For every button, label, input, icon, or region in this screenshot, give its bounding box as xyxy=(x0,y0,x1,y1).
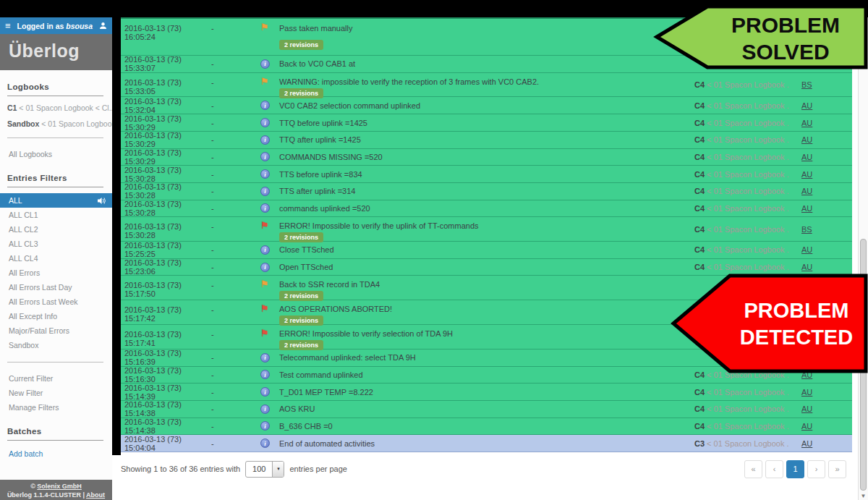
table-row[interactable]: 2016-03-13 (73) 15:25:25 - i Close TTSch… xyxy=(121,242,852,259)
table-row[interactable]: 2016-03-13 (73) 15:16:30 - i Test comman… xyxy=(121,367,852,384)
entry-logbook[interactable]: C3< 01 Spacon Logbook ... xyxy=(694,435,788,452)
entry-logbook[interactable]: C4< 01 Spacon Logbook ... xyxy=(694,166,788,182)
table-row[interactable]: 2016-03-13 (73) 16:05:24 - ⚑ Pass taken … xyxy=(121,19,852,56)
entry-logbook[interactable] xyxy=(694,349,788,366)
table-row[interactable]: 2016-03-13 (73) 15:14:38 - i AOS KRU C4<… xyxy=(121,401,852,418)
filter-item-all-cl3[interactable]: ALL CL3 xyxy=(7,237,112,251)
table-row[interactable]: 2016-03-13 (73) 15:16:39 - i Telecommand… xyxy=(121,349,852,367)
table-row[interactable]: 2016-03-13 (73) 15:33:05 - ⚑ WARNING: im… xyxy=(121,73,852,98)
entry-user-link[interactable]: BS xyxy=(801,80,812,89)
about-link[interactable]: About xyxy=(86,491,105,499)
entry-logbook[interactable]: C4< 01 Spacon Logbook ... xyxy=(694,384,788,400)
entry-logbook[interactable]: C4< 01 Spacon Logbook ... xyxy=(694,183,788,200)
table-row[interactable]: 2016-03-13 (73) 15:30:29 - i TTQ after u… xyxy=(121,132,852,149)
scrollbar-thumb[interactable] xyxy=(860,239,867,491)
pagination-last[interactable]: » xyxy=(828,460,846,478)
entry-logbook[interactable]: C4< 01 Spacon Logbook ... xyxy=(694,242,788,258)
entry-logbook[interactable] xyxy=(694,56,788,72)
entry-timestamp: 2016-03-13 (73) 15:30:29 xyxy=(121,149,210,166)
filter-item-sandbox[interactable]: Sandbox xyxy=(7,338,112,352)
entry-user-link[interactable]: AU xyxy=(801,119,812,127)
entry-logbook[interactable]: C4< 01 Spacon Logbook ... xyxy=(694,149,788,166)
table-row[interactable]: 2016-03-13 (73) 15:17:42 - ⚑ AOS OPERATI… xyxy=(121,300,852,325)
entry-user-link[interactable]: AU xyxy=(801,135,812,144)
pagination-prev[interactable]: ‹ xyxy=(765,460,783,478)
entry-user-link[interactable]: AU xyxy=(801,388,812,397)
filter-item-all-cl4[interactable]: ALL CL4 xyxy=(7,251,112,266)
filter-item-all-errors[interactable]: All Errors xyxy=(7,266,112,280)
entry-user-link[interactable]: AU xyxy=(801,187,812,195)
scrollbar-down-arrow[interactable]: ▼ xyxy=(859,493,868,499)
sidebar-logbook-item[interactable]: C1 < 01 Spacon Logbook < Cl... xyxy=(7,103,112,112)
company-link[interactable]: Solenix GmbH xyxy=(37,483,82,490)
entry-logbook[interactable]: C4< 01 Spacon Logbook ... xyxy=(694,114,788,131)
scrollbar[interactable]: ▼ xyxy=(858,17,868,500)
table-row[interactable]: 2016-03-13 (73) 15:14:39 - i T_D01 MEP T… xyxy=(121,384,852,401)
user-icon[interactable] xyxy=(99,22,107,30)
entry-logbook[interactable]: C4< 01 Spacon Logbook ... xyxy=(694,259,788,276)
table-row[interactable]: 2016-03-13 (73) 15:30:28 - ⚑ ERROR! Impo… xyxy=(121,217,852,242)
add-batch-link[interactable]: Add batch xyxy=(7,446,112,461)
table-row[interactable]: 2016-03-13 (73) 15:30:29 - i COMMANDS MI… xyxy=(121,149,852,166)
filter-item-all-cl1[interactable]: ALL CL1 xyxy=(7,208,112,222)
entry-logbook[interactable]: C4< 01 Spacon Logbook ... xyxy=(694,97,788,114)
entry-user-link[interactable]: AU xyxy=(801,404,812,413)
pagination-next[interactable]: › xyxy=(807,460,825,478)
entry-user-cell: AU xyxy=(788,435,852,452)
table-row[interactable]: 2016-03-13 (73) 15:30:28 - i commands up… xyxy=(121,200,852,218)
entry-user-link[interactable]: AU xyxy=(801,263,812,271)
entry-logbook[interactable]: C4< 01 Spacon Logbook ... xyxy=(694,73,788,97)
table-row[interactable]: 2016-03-13 (73) 15:14:38 - i B_636 CHB =… xyxy=(121,418,852,436)
table-row[interactable]: 2016-03-13 (73) 15:30:28 - i TTS after u… xyxy=(121,183,852,200)
table-row[interactable]: 2016-03-13 (73) 15:30:28 - i TTS before … xyxy=(121,166,852,183)
entry-logbook[interactable]: C4< 01 Spacon Logbook ... xyxy=(694,418,788,435)
entry-logbook[interactable] xyxy=(694,300,788,324)
copyright-symbol: © xyxy=(30,483,35,490)
table-row[interactable]: 2016-03-13 (73) 15:33:07 - i Back to VC0… xyxy=(121,56,852,73)
sidebar-item-manage-filters[interactable]: Manage Filters xyxy=(7,400,112,415)
table-row[interactable]: 2016-03-13 (73) 15:23:06 - i Open TTSche… xyxy=(121,259,852,276)
sidebar-item-all-logbooks[interactable]: All Logbooks xyxy=(7,147,112,161)
entry-user-link[interactable]: AU xyxy=(801,204,812,213)
entry-user-link[interactable]: AU xyxy=(801,422,812,431)
entry-user-link[interactable]: AU xyxy=(801,439,812,448)
menu-icon[interactable]: ≡ xyxy=(5,20,11,31)
sidebar-item-current-filter[interactable]: Current Filter xyxy=(7,371,112,386)
filter-item-all-cl2[interactable]: ALL CL2 xyxy=(7,222,112,237)
filters-section-title: Entries Filters xyxy=(7,174,103,187)
sidebar-item-new-filter[interactable]: New Filter xyxy=(7,386,112,400)
logbook-path: < 01 Spacon Logbook ... xyxy=(707,101,788,110)
info-icon: i xyxy=(260,101,270,110)
table-row[interactable]: 2016-03-13 (73) 15:17:41 - ⚑ ERROR! Impo… xyxy=(121,325,852,349)
entry-user-link[interactable]: AU xyxy=(801,170,812,179)
entry-logbook[interactable] xyxy=(694,325,788,349)
revisions-badge[interactable]: 2 revisions xyxy=(279,40,323,50)
entry-logbook[interactable] xyxy=(694,19,788,55)
entry-user-link[interactable]: BS xyxy=(801,225,812,234)
page-size-select[interactable]: 100 ▾ xyxy=(245,461,284,478)
entry-logbook[interactable]: C4< 01 Spacon Logbook ... xyxy=(694,200,788,217)
table-row[interactable]: 2016-03-13 (73) 15:17:50 - ⚑ Back to SSR… xyxy=(121,276,852,300)
entry-user-link[interactable]: AU xyxy=(801,153,812,161)
filter-label: ALL CL4 xyxy=(9,254,38,263)
filter-item-all-errors-last-week[interactable]: All Errors Last Week xyxy=(7,295,112,309)
entry-logbook[interactable]: C4< 01 Spacon Logbook ... xyxy=(694,367,788,384)
pagination-page-1[interactable]: 1 xyxy=(786,460,804,478)
entry-logbook[interactable] xyxy=(694,276,788,300)
pagination: «‹1›» xyxy=(741,460,846,478)
filter-item-all-except-info[interactable]: All Except Info xyxy=(7,309,112,323)
filter-item-all-errors-last-day[interactable]: All Errors Last Day xyxy=(7,280,112,295)
sidebar-logbook-item[interactable]: Sandbox < 01 Spacon Logbook... xyxy=(7,119,112,128)
table-row[interactable]: 2016-03-13 (73) 15:04:04 - i End of auto… xyxy=(121,435,852,452)
entry-user-link[interactable]: AU xyxy=(801,101,812,110)
entry-logbook[interactable]: C4< 01 Spacon Logbook ... xyxy=(694,217,788,241)
entry-logbook[interactable]: C4< 01 Spacon Logbook ... xyxy=(694,132,788,148)
table-row[interactable]: 2016-03-13 (73) 15:32:04 - i VC0 CAB2 se… xyxy=(121,97,852,114)
table-row[interactable]: 2016-03-13 (73) 15:30:29 - i TTQ before … xyxy=(121,114,852,132)
entry-user-link[interactable]: AU xyxy=(801,245,812,254)
entry-user-link[interactable]: AU xyxy=(801,370,812,379)
filter-item-major-fatal-errors[interactable]: Major/Fatal Errors xyxy=(7,323,112,338)
filter-item-all[interactable]: ALL xyxy=(0,193,112,208)
entry-logbook[interactable]: C4< 01 Spacon Logbook ... xyxy=(694,401,788,418)
pagination-first[interactable]: « xyxy=(744,460,762,478)
